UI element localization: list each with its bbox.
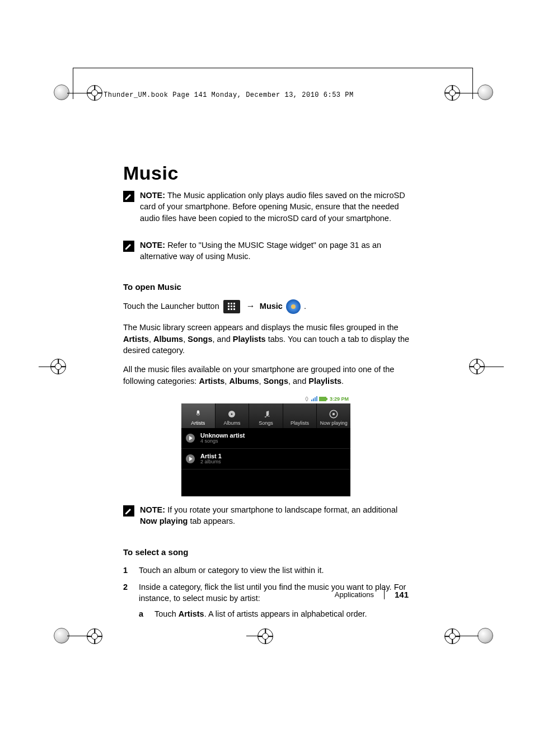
- note-text: Refer to "Using the MUSIC Stage widget" …: [140, 241, 381, 261]
- svg-rect-6: [228, 308, 229, 310]
- crop-header: Thunder_UM.book Page 141 Monday, Decembe…: [104, 91, 354, 99]
- page-footer: Applications 141: [123, 589, 409, 599]
- play-icon: [186, 454, 195, 463]
- battery-icon: [319, 396, 328, 402]
- tab-label: Playlists: [291, 420, 309, 426]
- svg-rect-4: [231, 306, 232, 307]
- page-number: 141: [395, 590, 409, 599]
- tab-playlists[interactable]: Playlists: [283, 403, 317, 428]
- status-bar: 3:29 PM: [181, 395, 350, 403]
- bold-playlists: Playlists: [308, 377, 341, 386]
- svg-rect-7: [231, 308, 232, 310]
- text: If you rotate your smartphone to landsca…: [165, 505, 397, 514]
- svg-rect-3: [228, 306, 229, 307]
- library-paragraph: The Music library screen appears and dis…: [123, 322, 414, 356]
- svg-rect-9: [319, 397, 326, 401]
- svg-rect-5: [233, 306, 235, 307]
- page-title: Music: [123, 162, 414, 184]
- text: tab appears.: [188, 516, 235, 525]
- row-subtitle: 2 albums: [200, 459, 222, 465]
- bold-artists: Artists: [123, 335, 149, 344]
- svg-rect-10: [326, 398, 327, 400]
- svg-rect-0: [228, 303, 229, 304]
- bold-albums: Albums: [229, 377, 259, 386]
- play-icon: [186, 434, 195, 443]
- tab-label: Now playing: [320, 420, 348, 426]
- wifi-icon: [304, 396, 310, 402]
- list-item[interactable]: Unknown artist 4 songs: [181, 428, 350, 449]
- text: The Music library screen appears and dis…: [123, 323, 399, 332]
- bold-artists: Artists: [179, 609, 204, 618]
- launcher-instruction: Touch the Launcher button → Music .: [123, 299, 414, 314]
- svg-rect-2: [233, 303, 235, 304]
- tab-label: Artists: [191, 420, 205, 426]
- text: . A list of artists appears in alphabeti…: [204, 609, 367, 618]
- music-disc-icon: [286, 299, 301, 314]
- signal-icon: [311, 396, 317, 401]
- step-text: Touch an album or category to view the l…: [139, 565, 324, 576]
- status-time: 3:29 PM: [330, 396, 349, 402]
- arrow-right-icon: →: [246, 301, 255, 311]
- music-label: Music: [260, 302, 283, 311]
- bold-albums: Albums: [153, 335, 183, 344]
- step-2: Inside a category, flick the list until …: [123, 581, 414, 620]
- categories-paragraph: All the music files available on your sm…: [123, 364, 414, 387]
- phone-screenshot: 3:29 PM Artists Albums Songs Playlists N…: [181, 395, 350, 496]
- footer-section: Applications: [335, 590, 374, 599]
- subheading-open-music: To open Music: [123, 282, 414, 292]
- substeps: Touch Artists. A list of artists appears…: [139, 608, 414, 619]
- row-subtitle: 4 songs: [200, 439, 245, 444]
- note-prefix: NOTE:: [140, 191, 165, 200]
- note-prefix: NOTE:: [140, 241, 165, 250]
- bold-playlists: Playlists: [233, 335, 266, 344]
- svg-rect-8: [233, 308, 235, 310]
- svg-point-12: [231, 413, 233, 415]
- pencil-icon: [123, 505, 134, 516]
- pencil-icon: [123, 241, 134, 252]
- footer-separator: [384, 589, 385, 599]
- note-text: The Music application only plays audio f…: [140, 191, 405, 223]
- step-1: Touch an album or category to view the l…: [123, 565, 414, 576]
- bold-songs: Songs: [188, 335, 212, 344]
- text: Touch the Launcher button: [123, 302, 222, 311]
- bold-now-playing: Now playing: [140, 516, 188, 525]
- note-1: NOTE: The Music application only plays a…: [123, 190, 414, 232]
- tab-label: Songs: [259, 420, 273, 426]
- page-content: Music NOTE: The Music application only p…: [123, 162, 414, 626]
- music-tabs: Artists Albums Songs Playlists Now playi…: [181, 403, 350, 428]
- pencil-icon: [123, 191, 134, 202]
- text: Touch: [154, 609, 179, 618]
- text: All the music files available on your sm…: [123, 365, 394, 385]
- note-2: NOTE: Refer to "Using the MUSIC Stage wi…: [123, 240, 414, 270]
- step-2a: Touch Artists. A list of artists appears…: [139, 608, 414, 619]
- bold-artists: Artists: [199, 377, 224, 386]
- list-item[interactable]: Artist 1 2 albums: [181, 449, 350, 469]
- note-prefix: NOTE:: [140, 505, 165, 514]
- tab-albums[interactable]: Albums: [216, 403, 250, 428]
- bold-songs: Songs: [264, 377, 288, 386]
- svg-rect-1: [231, 303, 232, 304]
- subheading-select-song: To select a song: [123, 547, 414, 557]
- apps-grid-icon: [223, 300, 240, 313]
- note-3: NOTE: If you rotate your smartphone to l…: [123, 504, 414, 535]
- tab-now-playing[interactable]: Now playing: [317, 403, 350, 428]
- tab-label: Albums: [223, 420, 240, 426]
- tab-artists[interactable]: Artists: [181, 403, 216, 428]
- svg-point-14: [332, 413, 335, 416]
- tab-songs[interactable]: Songs: [249, 403, 283, 428]
